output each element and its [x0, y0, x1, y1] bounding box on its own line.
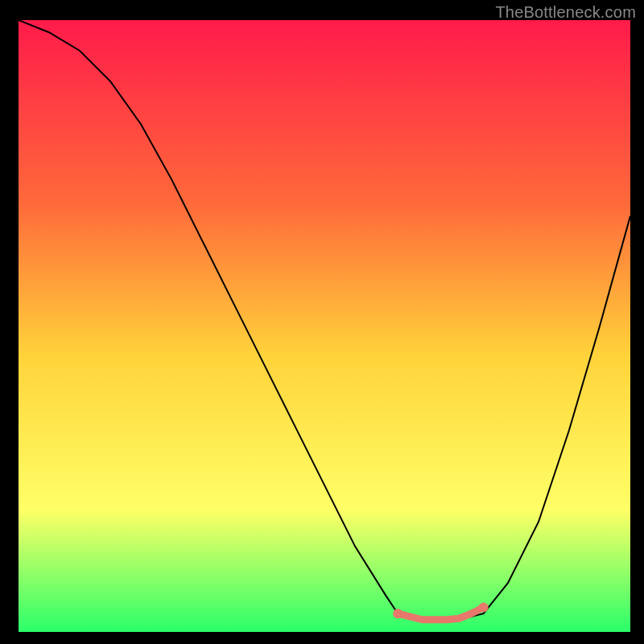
- watermark-text: TheBottleneck.com: [495, 3, 636, 22]
- plot-area: [19, 20, 630, 632]
- gradient-background: [19, 20, 630, 632]
- highlight-dot: [393, 609, 402, 618]
- highlight-dot: [479, 603, 489, 613]
- chart-container: TheBottleneck.com: [0, 0, 644, 644]
- chart-svg: [19, 20, 630, 632]
